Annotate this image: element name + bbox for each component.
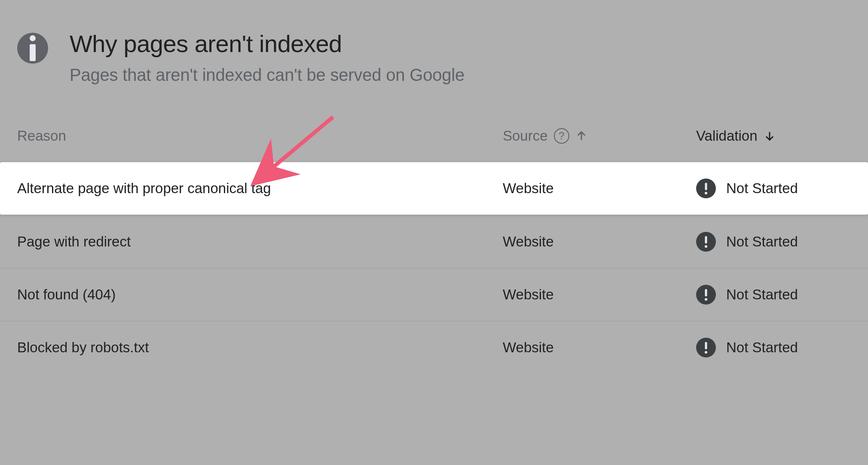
help-icon[interactable]: ? [554, 128, 569, 144]
validation-status: Not Started [726, 286, 798, 303]
info-icon [17, 33, 48, 64]
arrow-up-icon [575, 130, 587, 142]
svg-point-5 [705, 245, 707, 248]
validation-status: Not Started [726, 234, 798, 250]
page-header: Why pages aren't indexed Pages that aren… [0, 0, 868, 85]
column-header-reason[interactable]: Reason [17, 128, 503, 144]
table-row[interactable]: Not found (404)WebsiteNot Started [0, 268, 868, 321]
table-header-row: Reason Source ? Validation [0, 128, 868, 162]
svg-rect-2 [705, 183, 707, 190]
exclamation-icon [696, 232, 716, 252]
column-header-source-label: Source [503, 128, 548, 144]
table-row[interactable]: Page with redirectWebsiteNot Started [0, 216, 868, 268]
page-subtitle: Pages that aren't indexed can't be serve… [70, 65, 851, 85]
column-header-validation[interactable]: Validation [696, 128, 851, 144]
reason-cell: Alternate page with proper canonical tag [17, 180, 503, 197]
arrow-down-icon [764, 130, 776, 142]
table-row[interactable]: Blocked by robots.txtWebsiteNot Started [0, 321, 868, 374]
svg-point-7 [705, 298, 707, 301]
validation-cell: Not Started [696, 285, 851, 305]
svg-rect-6 [705, 289, 707, 296]
validation-cell: Not Started [696, 338, 851, 357]
svg-point-3 [705, 192, 707, 194]
reason-cell: Blocked by robots.txt [17, 339, 503, 356]
source-cell: Website [503, 286, 696, 303]
column-header-source[interactable]: Source ? [503, 128, 696, 144]
validation-cell: Not Started [696, 179, 851, 198]
reason-cell: Page with redirect [17, 234, 503, 250]
table-row[interactable]: Alternate page with proper canonical tag… [0, 162, 868, 215]
source-cell: Website [503, 234, 696, 250]
reason-cell: Not found (404) [17, 286, 503, 303]
svg-rect-8 [705, 342, 707, 349]
svg-point-9 [705, 351, 707, 354]
source-cell: Website [503, 339, 696, 356]
svg-point-0 [30, 35, 36, 41]
column-header-validation-label: Validation [696, 128, 758, 144]
validation-status: Not Started [726, 180, 798, 197]
exclamation-icon [696, 285, 716, 305]
validation-status: Not Started [726, 339, 798, 356]
index-issues-table: Reason Source ? Validation Alternate pag… [0, 128, 868, 374]
exclamation-icon [696, 338, 716, 357]
source-cell: Website [503, 180, 696, 197]
validation-cell: Not Started [696, 232, 851, 252]
svg-rect-1 [30, 44, 36, 61]
page-title: Why pages aren't indexed [70, 30, 851, 58]
svg-rect-4 [705, 236, 707, 243]
exclamation-icon [696, 179, 716, 198]
